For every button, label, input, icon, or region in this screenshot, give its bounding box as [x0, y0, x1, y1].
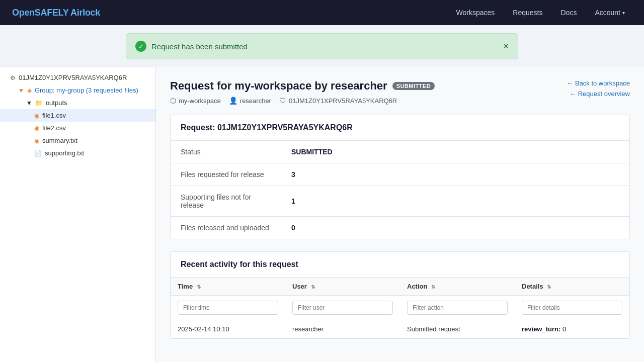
activity-table-header-row: Time ⇅ User ⇅ Action ⇅ Details: [171, 278, 629, 296]
filter-action-input[interactable]: [407, 301, 508, 315]
activity-table: Time ⇅ User ⇅ Action ⇅ Details: [171, 278, 629, 338]
main-container: ⚙ 01JM1Z0Y1XPRV5RAYA5YKARQ6R ▼ ◈ Group: …: [0, 67, 644, 362]
filter-time-cell: [171, 296, 285, 320]
col-user-label: User: [292, 283, 307, 290]
col-action[interactable]: Action ⇅: [400, 278, 515, 296]
files-released-value: 0: [281, 217, 629, 239]
file2-icon: ◉: [34, 125, 39, 132]
filter-time-input[interactable]: [178, 301, 278, 315]
brand-logo: OpenSAFELY Airlock: [12, 8, 100, 18]
meta-request-id: 🛡 01JM1Z0Y1XPRV5RAYA5YKARQ6R: [279, 97, 397, 105]
layers-icon: ⬡: [170, 97, 176, 105]
col-details[interactable]: Details ⇅: [515, 278, 629, 296]
sidebar-file-4[interactable]: 📄 supporting.txt: [0, 147, 155, 159]
brand-highlight: Airlock: [70, 8, 100, 18]
page-title-area: Request for my-workspace by researcher S…: [170, 79, 435, 105]
table-row: Supporting files not for release 1: [171, 186, 629, 217]
sidebar-outputs-label: outputs: [46, 99, 67, 107]
nav-links: Workspaces Requests Docs Account ▾: [449, 5, 632, 21]
navbar: OpenSAFELY Airlock Workspaces Requests D…: [0, 0, 644, 25]
chevron-down-icon: ▾: [622, 10, 625, 16]
col-time[interactable]: Time ⇅: [171, 278, 285, 296]
check-icon: ✓: [135, 41, 146, 52]
activity-user: researcher: [285, 320, 400, 338]
nav-workspaces[interactable]: Workspaces: [449, 5, 502, 21]
filter-user-input[interactable]: [292, 301, 393, 315]
alert-close-button[interactable]: ×: [503, 42, 509, 51]
col-details-label: Details: [522, 283, 543, 290]
sidebar-file-3[interactable]: ◉ summary.txt: [0, 134, 155, 147]
sort-time-icon: ⇅: [197, 284, 201, 290]
alert-left: ✓ Request has been submitted: [135, 41, 248, 52]
activity-details-text: review_turn: 0: [522, 325, 566, 333]
files-released-label: Files released and uploaded: [171, 217, 281, 239]
sidebar-file-1[interactable]: ◉ file1.csv: [0, 109, 155, 122]
sort-user-icon: ⇅: [311, 284, 315, 290]
sidebar: ⚙ 01JM1Z0Y1XPRV5RAYA5YKARQ6R ▼ ◈ Group: …: [0, 67, 156, 362]
activity-section: Recent activity for this request Time ⇅ …: [170, 251, 630, 339]
activity-filter-row: [171, 296, 629, 320]
page-title-text: Request for my-workspace by researcher: [170, 79, 387, 93]
table-row: Files requested for release 3: [171, 163, 629, 186]
sidebar-outputs-folder[interactable]: ▼ 📁 outputs: [0, 97, 155, 109]
sort-action-icon: ⇅: [431, 284, 435, 290]
sidebar-root-label: 01JM1Z0Y1XPRV5RAYA5YKARQ6R: [19, 74, 127, 81]
col-user[interactable]: User ⇅: [285, 278, 400, 296]
files-requested-value: 3: [281, 163, 629, 186]
sidebar-root[interactable]: ⚙ 01JM1Z0Y1XPRV5RAYA5YKARQ6R: [0, 71, 155, 84]
alert-container: ✓ Request has been submitted ×: [0, 25, 644, 67]
sidebar-file1-name: file1.csv: [42, 112, 66, 119]
activity-details: review_turn: 0: [515, 320, 629, 338]
table-row: Files released and uploaded 0: [171, 217, 629, 239]
filter-details-input[interactable]: [522, 301, 622, 315]
sidebar-group[interactable]: ▼ ◈ Group: my-group (3 requested files): [0, 84, 155, 97]
folder-icon: 📁: [35, 100, 43, 107]
col-time-label: Time: [178, 283, 193, 290]
status-badge: SUBMITTED: [392, 82, 435, 90]
filter-action-cell: [400, 296, 515, 320]
page-actions: ← Back to workspace ← Request overview: [567, 79, 630, 98]
meta-researcher-value: researcher: [240, 97, 271, 105]
activity-heading: Recent activity for this request: [171, 252, 629, 278]
nav-account[interactable]: Account ▾: [588, 5, 632, 21]
request-overview-link[interactable]: ← Request overview: [570, 90, 630, 98]
brand-open: OpenSAFELY: [12, 8, 70, 18]
filter-user-cell: [285, 296, 400, 320]
meta-request-id-value: 01JM1Z0Y1XPRV5RAYA5YKARQ6R: [289, 97, 397, 105]
file4-icon: 📄: [34, 150, 42, 157]
sidebar-file-2[interactable]: ◉ file2.csv: [0, 122, 155, 134]
page-title: Request for my-workspace by researcher S…: [170, 79, 435, 93]
back-to-workspace-link[interactable]: ← Back to workspace: [567, 79, 630, 87]
status-label: Status: [171, 141, 281, 163]
status-value: SUBMITTED: [281, 141, 629, 163]
col-action-label: Action: [407, 283, 427, 290]
gear-icon: ⚙: [10, 74, 16, 81]
filter-details-cell: [515, 296, 629, 320]
alert-message: Request has been submitted: [151, 42, 248, 51]
success-alert: ✓ Request has been submitted ×: [126, 33, 518, 59]
meta-info: ⬡ my-workspace 👤 researcher 🛡 01JM1Z0Y1X…: [170, 97, 435, 105]
meta-workspace-value: my-workspace: [179, 97, 221, 105]
account-label: Account: [595, 9, 620, 17]
request-card-heading: Request: 01JM1Z0Y1XPRV5RAYA5YKARQ6R: [171, 115, 629, 141]
sidebar-file2-name: file2.csv: [42, 124, 66, 132]
review-turn-key: review_turn:: [522, 325, 560, 333]
supporting-files-value: 1: [281, 186, 629, 217]
nav-docs[interactable]: Docs: [554, 5, 584, 21]
user-icon: 👤: [229, 97, 237, 105]
sidebar-group-label[interactable]: Group: my-group (3 requested files): [35, 86, 138, 94]
activity-time: 2025-02-14 10:10: [171, 320, 285, 338]
shield-icon: 🛡: [279, 97, 286, 105]
files-requested-label: Files requested for release: [171, 163, 281, 186]
group-icon: ◈: [27, 87, 32, 94]
content-area: Request for my-workspace by researcher S…: [156, 67, 644, 362]
activity-action: Submitted request: [400, 320, 515, 338]
request-detail-card: Request: 01JM1Z0Y1XPRV5RAYA5YKARQ6R Stat…: [170, 115, 630, 239]
nav-requests[interactable]: Requests: [506, 5, 549, 21]
sort-details-icon: ⇅: [547, 284, 551, 290]
request-detail-table: Status SUBMITTED Files requested for rel…: [171, 141, 629, 239]
meta-researcher: 👤 researcher: [229, 97, 271, 105]
expand-outputs-icon: ▼: [26, 100, 32, 107]
meta-workspace: ⬡ my-workspace: [170, 97, 221, 105]
review-turn-value: 0: [562, 325, 566, 333]
